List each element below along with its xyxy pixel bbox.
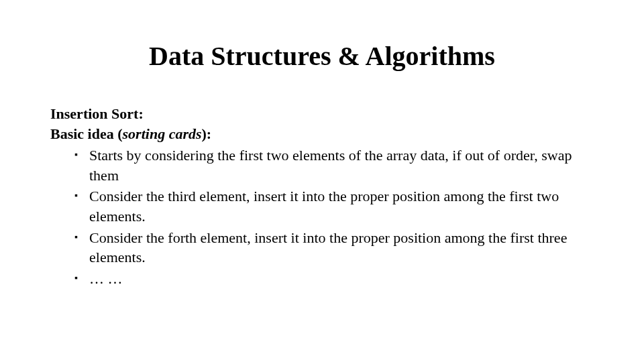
subheading-prefix: Basic idea ( [50, 125, 123, 142]
subheading-suffix: ): [202, 125, 212, 142]
list-item: … … [74, 269, 594, 289]
section-heading: Insertion Sort: [50, 105, 594, 123]
list-item: Starts by considering the first two elem… [74, 145, 594, 185]
bullet-list: Starts by considering the first two elem… [50, 145, 594, 289]
subheading-italic: sorting cards [123, 125, 202, 142]
section-subheading: Basic idea (sorting cards): [50, 125, 594, 143]
list-item: Consider the forth element, insert it in… [74, 228, 594, 267]
list-item: Consider the third element, insert it in… [74, 186, 594, 226]
slide-title: Data Structures & Algorithms [84, 40, 560, 72]
